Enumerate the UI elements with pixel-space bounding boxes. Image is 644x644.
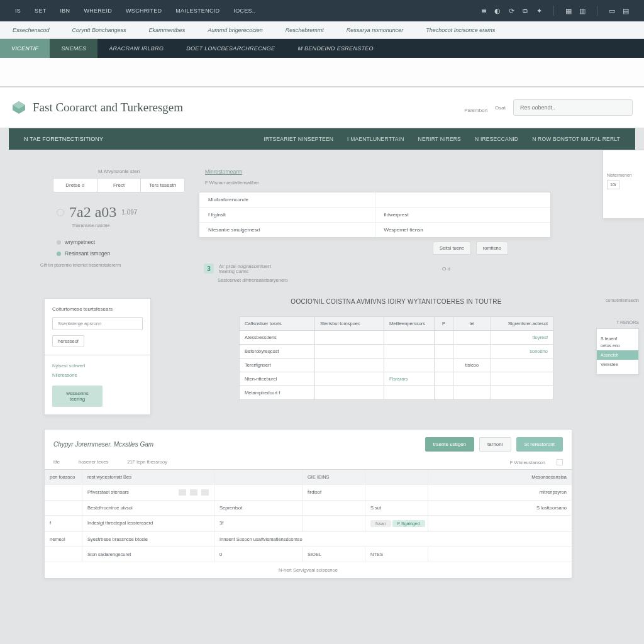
subhead-label: 21F lepn fbessrooy [127, 459, 167, 465]
section-tab[interactable]: Doet loncbesarchrecnge [175, 39, 286, 58]
cell: S sut [365, 501, 428, 515]
refresh-icon[interactable]: ⟳ [506, 5, 517, 16]
cell: SIOEL [303, 547, 365, 562]
widget-link[interactable]: Nileressone [52, 372, 143, 378]
status-line: wrympetnect [57, 239, 181, 245]
col-head[interactable]: pen foassco [45, 470, 82, 484]
col-head[interactable] [214, 470, 303, 484]
panel-icon[interactable]: ▥ [577, 5, 588, 16]
col-head[interactable]: rest wycestorratt Bes [82, 470, 214, 484]
grid-icon[interactable]: ▦ [563, 5, 574, 16]
spacer-strip [0, 58, 644, 87]
cell: Atessbessdens [240, 331, 315, 344]
widget-primary-button[interactable]: wssaonns teering [52, 386, 103, 407]
segment-item[interactable]: Frect [97, 179, 141, 192]
widget-card: Colturtomese teurtsfesears Ssentaierge a… [44, 298, 151, 415]
metric-text-sub: fneeting Carlnc [219, 269, 271, 274]
context-tab[interactable]: I MAENTLUNERTTAIN [347, 136, 404, 142]
table-row[interactable]: Metamphedcort f [240, 386, 553, 399]
segment-item[interactable]: Ters tesestn [140, 179, 184, 192]
subnav-item[interactable]: Essechenscod [1, 23, 61, 37]
cell-link[interactable]: Fisrarars [384, 372, 435, 386]
layout-icon[interactable]: ▤ [620, 5, 631, 16]
widget-chip[interactable]: heresseof [52, 335, 84, 347]
bottom-header: Chypyr Jorernmeser. Mcxstles Gam trsente… [45, 430, 572, 459]
col-head[interactable]: GIE IEINS [303, 470, 365, 484]
accent-button[interactable]: St rerestoront [516, 437, 563, 452]
table-row[interactable]: f Indesigt threctepal lessteraserd 3f fs… [45, 516, 572, 532]
peek2-accent[interactable]: Aconcich [597, 350, 638, 360]
topnav-item[interactable]: IS [9, 4, 27, 18]
window-icon[interactable]: ▭ [606, 5, 618, 16]
context-tab[interactable]: N IRESECCANID [475, 136, 518, 142]
cell [315, 331, 384, 344]
checkbox[interactable] [557, 459, 563, 465]
table-row[interactable]: Sion sadarengecuret 0 SIOEL NTES [45, 547, 572, 562]
segment-item[interactable]: Dretse d [53, 179, 97, 192]
def-val [375, 192, 551, 207]
section-tab[interactable]: M Bendeind esrensteo [286, 39, 385, 58]
cell [384, 331, 435, 344]
cell-text: Pfiverstaet stensars [87, 489, 129, 495]
list-icon[interactable]: ≣ [478, 5, 489, 16]
col-head[interactable]: tel [453, 317, 491, 330]
metric-unit: 1.097 [121, 209, 137, 216]
subnav-item[interactable]: Coryntt Bonchangess [61, 23, 138, 37]
cell-link[interactable]: sonodno [491, 345, 553, 358]
table-row[interactable]: Nten-nttceburel Fisrarars [240, 372, 553, 386]
globe-icon[interactable]: ◐ [492, 5, 503, 16]
title-left: Fast Coorarct and Turkeresgem [11, 100, 183, 115]
col-head[interactable]: Mesonsecansisa [428, 470, 572, 484]
action-button[interactable]: romiteno [476, 242, 508, 255]
subnav-item[interactable]: Ressarya nomonuncer [335, 23, 415, 37]
note-icon[interactable] [201, 489, 209, 496]
table-row[interactable]: Beforobyreqcost sonodno [240, 344, 553, 358]
cell: Nten-nttceburel [240, 372, 315, 386]
col-head[interactable]: Meilfeenperssors [384, 317, 435, 330]
widget-link[interactable]: Nyisest schwerl [52, 363, 143, 369]
table-row[interactable]: Pfiverstaet stensars firdisof mitrenpsyr… [45, 485, 572, 501]
context-tab[interactable]: IRTSEARIET NINSEPTEEN [264, 136, 333, 142]
mail-icon[interactable] [190, 489, 197, 496]
context-tab[interactable]: NERIRT NIRERS [418, 136, 461, 142]
col-head[interactable]: Sigrentsrer-actesot [491, 317, 553, 330]
cell: fssan F Sgainged [365, 516, 428, 531]
topnav-item[interactable]: IOCES.. [227, 4, 262, 18]
action-button[interactable]: Seitsl tuenc [433, 242, 471, 255]
topnav-item[interactable]: IBN [54, 4, 77, 18]
col-head[interactable] [365, 470, 428, 484]
widget-field[interactable]: Ssentaierge apsronn [52, 317, 143, 330]
subnav-item[interactable]: Aummd brigerecocien [196, 23, 274, 37]
col-head[interactable]: Cafisnstser tosvis [240, 317, 315, 330]
subnav-item[interactable]: Ekammentbes [138, 23, 197, 37]
section-tab[interactable]: Vicentif [0, 39, 50, 58]
cell [453, 372, 491, 386]
topnav-item[interactable]: WHEREID [77, 4, 118, 18]
subnav-item[interactable]: Thechocot Incisonce erams [414, 23, 506, 37]
primary-button[interactable]: trsente ustigen [425, 437, 474, 452]
tag-icon[interactable]: ⧉ [519, 5, 531, 16]
topnav-item[interactable]: WSCHRITED [119, 4, 168, 18]
wand-icon[interactable]: ✦ [533, 5, 545, 16]
center-heading[interactable]: Minrestomearm [205, 169, 551, 175]
table-row[interactable]: Tererfignsert tisicoo [240, 358, 553, 372]
search-input[interactable] [513, 99, 633, 116]
section-tab[interactable]: ARACRANI IRLBrg [97, 39, 175, 58]
context-tab[interactable]: N ROW BONSTOT MIUTAL RERLT [532, 136, 620, 142]
doc-icon[interactable] [179, 489, 186, 496]
topnav-item[interactable]: MAILESTENCID [169, 4, 226, 18]
table-row: f frginslt fidwerprest [199, 208, 550, 223]
topnav-item[interactable]: SET [28, 4, 52, 18]
peek-chip[interactable]: 10r [607, 180, 619, 189]
cell: Seprentsot [214, 501, 303, 515]
section-tab[interactable]: SNEMES [50, 39, 97, 58]
table-row[interactable]: Atessbessdens ttoyresf [240, 330, 553, 344]
table-row[interactable]: Bestcfrrocniroe uivsoi Seprentsot S sut … [45, 501, 572, 516]
subhead-label: itfe [53, 459, 60, 465]
col-head[interactable]: Sterisbul tomspoec [315, 317, 384, 330]
subnav-item[interactable]: Reschebremmt [274, 23, 335, 37]
cell-link[interactable]: ttoyresf [491, 331, 553, 344]
col-head[interactable]: P [435, 317, 453, 330]
table-row[interactable]: nemeol Syestrbese brassncse btosle Innse… [45, 532, 572, 547]
secondary-button[interactable]: tarnoni [479, 437, 511, 452]
